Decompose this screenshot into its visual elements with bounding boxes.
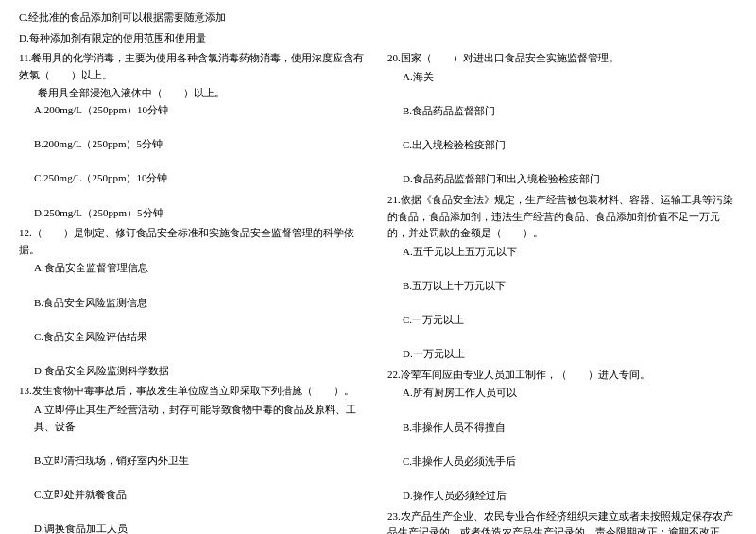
q21-optA: A.所有厨房工作人员可以 bbox=[403, 385, 737, 402]
q12-optA: A.食品安全监督管理信息 bbox=[34, 260, 369, 277]
q21-options: A.所有厨房工作人员可以 B.非操作人员不得擅自 C.非操作人员必须洗手后 D.… bbox=[387, 385, 737, 504]
q13-options: A.立即停止其生产经营活动，封存可能导致食物中毒的食品及原料、工具、设备 B.立… bbox=[19, 402, 369, 534]
continuation-d: D.每种添加剂有限定的使用范围和使用量 bbox=[19, 30, 737, 47]
question-11: 11.餐用具的化学消毒，主要为使用各种含氯消毒药物消毒，使用浓度应含有效氯（ ）… bbox=[19, 50, 369, 221]
q11-intro: 餐用具全部浸泡入液体中（ ）以上。 bbox=[19, 85, 369, 102]
q21-text: 22.冷荤车间应由专业人员加工制作，（ ）进入专间。 bbox=[387, 367, 737, 384]
q13-optB: B.立即清扫现场，销好室内外卫生 bbox=[34, 453, 369, 470]
q11-optB: B.200mg/L（250ppm）5分钟 bbox=[34, 136, 369, 153]
main-two-col: 11.餐用具的化学消毒，主要为使用各种含氯消毒药物消毒，使用浓度应含有效氯（ ）… bbox=[19, 50, 737, 534]
q20-optA: A.五千元以上五万元以下 bbox=[403, 244, 737, 261]
q19-options: A.海关 B.食品药品监督部门 C.出入境检验检疫部门 D.食品药品监督部门和出… bbox=[387, 69, 737, 188]
question-20: 21.依据《食品安全法》规定，生产经营被包装材料、容器、运输工具等污染的食品，食… bbox=[387, 192, 737, 363]
q20-optC: C.一万元以上 bbox=[403, 312, 737, 329]
question-13: 13.发生食物中毒事故后，事故发生单位应当立即采取下列措施（ ）。 A.立即停止… bbox=[19, 383, 369, 534]
option-c-text: C.经批准的食品添加剂可以根据需要随意添加 bbox=[19, 9, 737, 26]
q19-optD: D.食品药品监督部门和出入境检验检疫部门 bbox=[403, 171, 737, 188]
q12-options: A.食品安全监督管理信息 B.食品安全风险监测信息 C.食品安全风险评估结果 D… bbox=[19, 260, 369, 379]
q22-text: 23.农产品生产企业、农民专业合作经济组织未建立或者未按照规定保存农产品生产记录… bbox=[387, 508, 737, 534]
continuation-c: C.经批准的食品添加剂可以根据需要随意添加 bbox=[19, 9, 737, 26]
question-22: 23.农产品生产企业、农民专业合作经济组织未建立或者未按照规定保存农产品生产记录… bbox=[387, 508, 737, 534]
question-21: 22.冷荤车间应由专业人员加工制作，（ ）进入专间。 A.所有厨房工作人员可以 … bbox=[387, 367, 737, 505]
left-column: 11.餐用具的化学消毒，主要为使用各种含氯消毒药物消毒，使用浓度应含有效氯（ ）… bbox=[19, 50, 369, 534]
q19-optA: A.海关 bbox=[403, 69, 737, 86]
q20-options: A.五千元以上五万元以下 B.五万以上十万元以下 C.一万元以上 D.一万元以上 bbox=[387, 244, 737, 363]
q13-optA: A.立即停止其生产经营活动，封存可能导致食物中毒的食品及原料、工具、设备 bbox=[34, 402, 369, 435]
q11-optA: A.200mg/L（250ppm）10分钟 bbox=[34, 102, 369, 119]
q13-text: 13.发生食物中毒事故后，事故发生单位应当立即采取下列措施（ ）。 bbox=[19, 383, 369, 400]
q19-optC: C.出入境检验检疫部门 bbox=[403, 137, 737, 154]
q13-optC: C.立即处并就餐食品 bbox=[34, 487, 369, 504]
q12-optB: B.食品安全风险监测信息 bbox=[34, 295, 369, 312]
q20-optB: B.五万以上十万元以下 bbox=[403, 278, 737, 295]
question-19: 20.国家（ ）对进出口食品安全实施监督管理。 A.海关 B.食品药品监督部门 … bbox=[387, 50, 737, 188]
q11-text: 11.餐用具的化学消毒，主要为使用各种含氯消毒药物消毒，使用浓度应含有效氯（ ）… bbox=[19, 50, 369, 83]
q21-optC: C.非操作人员必须洗手后 bbox=[403, 454, 737, 471]
q11-optD: D.250mg/L（250ppm）5分钟 bbox=[34, 205, 369, 222]
q19-text: 20.国家（ ）对进出口食品安全实施监督管理。 bbox=[387, 50, 737, 67]
q21-optB: B.非操作人员不得擅自 bbox=[403, 420, 737, 437]
q11-optC: C.250mg/L（250ppm）10分钟 bbox=[34, 170, 369, 187]
q20-optD: D.一万元以上 bbox=[403, 346, 737, 363]
page-content: C.经批准的食品添加剂可以根据需要随意添加 D.每种添加剂有限定的使用范围和使用… bbox=[19, 9, 737, 534]
q11-options: A.200mg/L（250ppm）10分钟 B.200mg/L（250ppm）5… bbox=[19, 102, 369, 221]
q12-optD: D.食品安全风险监测科学数据 bbox=[34, 363, 369, 380]
q20-text: 21.依据《食品安全法》规定，生产经营被包装材料、容器、运输工具等污染的食品，食… bbox=[387, 192, 737, 242]
option-d-text: D.每种添加剂有限定的使用范围和使用量 bbox=[19, 30, 737, 47]
right-column: 20.国家（ ）对进出口食品安全实施监督管理。 A.海关 B.食品药品监督部门 … bbox=[387, 50, 737, 534]
q21-optD: D.操作人员必须经过后 bbox=[403, 488, 737, 505]
q19-optB: B.食品药品监督部门 bbox=[403, 103, 737, 120]
q12-optC: C.食品安全风险评估结果 bbox=[34, 329, 369, 346]
q12-text: 12.（ ）是制定、修订食品安全标准和实施食品安全监督管理的科学依据。 bbox=[19, 225, 369, 258]
q13-optD: D.调换食品加工人员 bbox=[34, 521, 369, 534]
question-12: 12.（ ）是制定、修订食品安全标准和实施食品安全监督管理的科学依据。 A.食品… bbox=[19, 225, 369, 379]
